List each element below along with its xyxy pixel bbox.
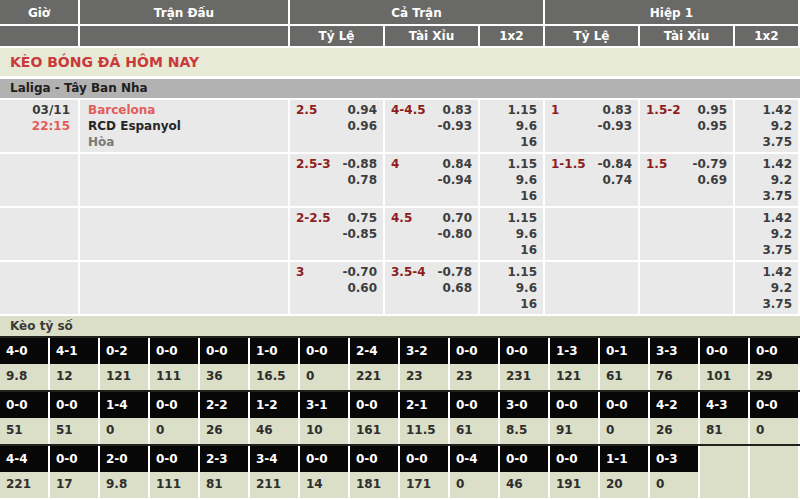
time-cell: 03/1122:15 [0,100,80,152]
score-odds-cell[interactable]: 0-051 [0,392,50,444]
h1-1x2-cell[interactable]: 1.429.23.75 [735,100,800,152]
h1-1x2-cell[interactable]: 1.429.23.75 [735,154,800,206]
odds-value: 0.84 [442,156,472,172]
ft-over-under-cell[interactable]: 3.5-4-0.780.68 [385,262,480,314]
score-label: 1-3 [550,338,598,364]
score-odds-cell[interactable]: 4-4221 [0,446,50,498]
score-odds-cell[interactable]: 4-381 [700,392,750,444]
h1-handicap-cell[interactable]: 10.83-0.93 [545,100,640,152]
match-cell: BarcelonaRCD EspanyolHòa [80,100,290,152]
score-odds-cell[interactable]: 3-376 [650,338,700,390]
score-odds-cell[interactable]: 0-2121 [100,338,150,390]
odds-line-bottom: 0.68 [391,280,472,296]
score-odds-cell[interactable]: 2-4221 [350,338,400,390]
score-label: 0-0 [300,338,348,364]
page-title: KÈO BÓNG ĐÁ HÔM NAY [0,48,800,76]
score-odds-cell[interactable]: 0-046 [500,446,550,498]
odds-value: 16 [486,242,537,258]
ft-over-under-cell[interactable]: 4.50.70-0.80 [385,208,480,260]
score-odds-cell[interactable]: 3-08.5 [500,392,550,444]
score-odds-cell[interactable]: 3-4211 [250,446,300,498]
score-odds-cell[interactable]: 4-112 [50,338,100,390]
h1-over-under-cell[interactable]: 1.5-20.950.95 [640,100,735,152]
h1-1x2-cell[interactable]: 1.429.23.75 [735,262,800,314]
score-label: 0-0 [750,338,798,364]
table-header-row-groups: Giờ Trận Đấu Cả Trận Hiệp 1 [0,0,800,26]
ft-1x2-cell[interactable]: 1.159.616 [480,100,545,152]
score-odds-value: 14 [300,472,348,498]
score-odds-cell[interactable]: 0-017 [50,446,100,498]
score-odds-cell[interactable]: 0-0181 [350,446,400,498]
score-odds-cell[interactable]: 0-051 [50,392,100,444]
ft-handicap-cell[interactable]: 2.5-3-0.880.78 [290,154,385,206]
score-odds-cell[interactable]: 1-40 [100,392,150,444]
score-odds-cell[interactable]: 0-00 [750,392,800,444]
score-odds-cell[interactable]: 4-09.8 [0,338,50,390]
score-label: 2-4 [350,338,398,364]
score-label: 3-0 [500,392,548,418]
score-odds-cell[interactable]: 0-029 [750,338,800,390]
odds-value: 1.42 [741,156,792,172]
score-odds-cell[interactable]: 0-0111 [150,338,200,390]
col-header-ft-handicap: Tỷ Lệ [290,26,385,46]
score-odds-value: 91 [550,418,598,444]
score-odds-value: 171 [400,472,448,498]
score-odds-cell[interactable]: 0-023 [450,338,500,390]
score-odds-cell[interactable]: 0-30 [650,446,700,498]
score-odds-cell[interactable]: 0-014 [300,446,350,498]
score-odds-value: 26 [200,418,248,444]
score-odds-cell[interactable]: 2-09.8 [100,446,150,498]
ft-1x2-cell[interactable]: 1.159.616 [480,208,545,260]
odds-value: -0.79 [692,156,727,172]
score-odds-cell[interactable]: 2-226 [200,392,250,444]
score-odds-cell[interactable]: 3-223 [400,338,450,390]
ft-1x2-cell[interactable]: 1.159.616 [480,262,545,314]
score-label: 1-1 [600,446,648,472]
odds-value: 0.60 [347,280,377,296]
score-odds-cell[interactable]: 0-0101 [700,338,750,390]
score-odds-cell[interactable]: 0-091 [550,392,600,444]
h1-1x2-cell[interactable]: 1.429.23.75 [735,208,800,260]
h1-over-under-cell[interactable]: 1.5-0.790.69 [640,154,735,206]
score-odds-cell[interactable]: 0-00 [300,338,350,390]
score-odds-value: 121 [550,364,598,390]
odds-value: 0.78 [347,172,377,188]
score-odds-cell[interactable]: 0-0191 [550,446,600,498]
col-header-firsthalf: Hiệp 1 [545,0,800,26]
score-odds-cell[interactable]: 1-246 [250,392,300,444]
odds-line-bottom [646,280,727,296]
score-odds-cell[interactable]: 0-0161 [350,392,400,444]
odds-value: -0.93 [437,118,472,134]
score-odds-cell[interactable]: 4-226 [650,392,700,444]
odds-value: 3.75 [741,188,792,204]
ft-1x2-cell[interactable]: 1.159.616 [480,154,545,206]
score-odds-cell[interactable]: 0-40 [450,446,500,498]
score-odds-cell[interactable]: 0-161 [600,338,650,390]
ft-over-under-cell[interactable]: 40.84-0.94 [385,154,480,206]
ft-handicap-cell[interactable]: 2.50.940.96 [290,100,385,152]
score-odds-cell[interactable]: 1-3121 [550,338,600,390]
score-odds-cell[interactable]: 0-061 [450,392,500,444]
score-odds-cell[interactable]: 0-00 [600,392,650,444]
odds-line-bottom: 0.96 [296,118,377,134]
score-odds-cell[interactable]: 2-111.5 [400,392,450,444]
score-label: 2-0 [100,446,148,472]
score-label: 3-3 [650,338,698,364]
score-odds-value: 61 [450,418,498,444]
score-odds-cell[interactable]: 0-0231 [500,338,550,390]
score-odds-cell[interactable]: 0-036 [200,338,250,390]
score-odds-cell[interactable]: 3-110 [300,392,350,444]
ft-over-under-cell[interactable]: 4-4.50.83-0.93 [385,100,480,152]
ft-handicap-cell[interactable]: 3-0.700.60 [290,262,385,314]
score-odds-cell[interactable]: 2-381 [200,446,250,498]
score-odds-cell[interactable]: 0-0111 [150,446,200,498]
score-odds-cell[interactable]: 1-120 [600,446,650,498]
score-odds-value: 101 [700,364,748,390]
score-label: 4-1 [50,338,98,364]
h1-handicap-cell[interactable]: 1-1.5-0.840.74 [545,154,640,206]
score-odds-cell[interactable]: 1-016.5 [250,338,300,390]
score-odds-cell[interactable]: 0-0171 [400,446,450,498]
odds-value: 16 [486,134,537,150]
ft-handicap-cell[interactable]: 2-2.50.75-0.85 [290,208,385,260]
score-odds-cell[interactable]: 0-00 [150,392,200,444]
